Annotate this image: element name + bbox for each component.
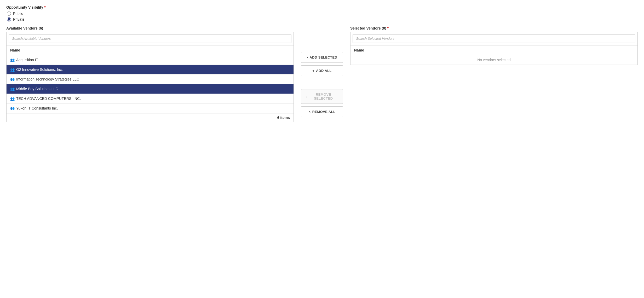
available-vendor-name: 👥Information Technology Strategies LLC	[7, 74, 294, 84]
no-vendors-row: No vendors selected	[350, 55, 637, 65]
available-panel: Available Vendors (6) Name 👥Acquisition …	[6, 26, 294, 122]
available-vendor-row[interactable]: 👥Information Technology Strategies LLC	[7, 74, 294, 84]
available-vendor-name: 👥Middle Bay Solutions LLC	[7, 84, 294, 94]
available-vendor-name: 👥Acquisition IT	[7, 55, 294, 65]
add-selected-icon: ›	[307, 55, 308, 59]
available-panel-title: Available Vendors (6)	[6, 26, 43, 30]
selected-panel-title: Selected Vendors (0) *	[350, 26, 389, 30]
available-name-header: Name	[7, 45, 294, 55]
selected-panel: Selected Vendors (0) * Name No vendors s…	[350, 26, 638, 65]
available-search-input[interactable]	[9, 34, 291, 43]
visibility-label-text: Opportunity Visibility	[6, 5, 43, 9]
available-footer-text: 6 items	[277, 116, 290, 120]
selected-vendor-table: Name No vendors selected	[350, 45, 637, 65]
vendor-group-icon: 👥	[10, 67, 15, 72]
add-all-button[interactable]: + ADD ALL	[301, 65, 343, 76]
available-vendor-table: Name 👥Acquisition IT👥G2 Innovative Solut…	[7, 45, 294, 113]
private-radio-item[interactable]: Private	[7, 17, 638, 21]
required-star: *	[44, 5, 45, 9]
add-selected-label: ADD SELECTED	[309, 55, 337, 59]
remove-all-button[interactable]: × REMOVE ALL	[301, 106, 343, 117]
selected-search-wrapper	[350, 32, 637, 45]
selected-required-star: *	[387, 26, 389, 30]
available-search-wrapper	[7, 32, 294, 45]
available-vendor-name: 👥G2 Innovative Solutions, Inc.	[7, 65, 294, 74]
add-all-icon: +	[312, 69, 314, 73]
selected-vendor-panel: Name No vendors selected	[350, 32, 638, 65]
available-vendor-panel: Name 👥Acquisition IT👥G2 Innovative Solut…	[6, 32, 294, 122]
private-radio[interactable]	[7, 17, 11, 21]
actions-column: › ADD SELECTED + ADD ALL ‹ REMOVE SELECT…	[294, 26, 350, 122]
add-all-label: ADD ALL	[316, 69, 331, 73]
visibility-label: Opportunity Visibility *	[6, 5, 638, 9]
add-selected-button[interactable]: › ADD SELECTED	[301, 52, 343, 63]
remove-selected-label: REMOVE SELECTED	[308, 93, 338, 100]
available-vendor-row[interactable]: 👥Acquisition IT	[7, 55, 294, 65]
public-label: Public	[13, 12, 23, 16]
dual-list-container: Available Vendors (6) Name 👥Acquisition …	[6, 26, 638, 122]
radio-group: Public Private	[7, 12, 638, 21]
remove-all-icon: ×	[309, 110, 311, 114]
available-panel-footer: 6 items	[7, 113, 294, 122]
vendor-group-icon: 👥	[10, 87, 15, 91]
vendor-group-icon: 👥	[10, 106, 15, 110]
public-radio[interactable]	[7, 12, 11, 16]
vendor-group-icon: 👥	[10, 96, 15, 101]
available-vendor-row[interactable]: 👥G2 Innovative Solutions, Inc.	[7, 65, 294, 74]
remove-selected-button[interactable]: ‹ REMOVE SELECTED	[301, 89, 343, 104]
remove-selected-icon: ‹	[306, 95, 307, 99]
no-vendors-message: No vendors selected	[350, 55, 637, 65]
public-radio-item[interactable]: Public	[7, 12, 638, 16]
available-vendor-row[interactable]: 👥Middle Bay Solutions LLC	[7, 84, 294, 94]
selected-name-header: Name	[350, 45, 637, 55]
available-vendor-row[interactable]: 👥Yukon IT Consultants Inc.	[7, 104, 294, 113]
available-vendor-name: 👥TECH ADVANCED COMPUTERS, INC.	[7, 94, 294, 104]
private-label: Private	[13, 17, 25, 21]
available-vendor-name: 👥Yukon IT Consultants Inc.	[7, 104, 294, 113]
selected-search-input[interactable]	[353, 34, 635, 43]
remove-all-label: REMOVE ALL	[312, 110, 336, 114]
visibility-section: Opportunity Visibility * Public Private	[6, 5, 638, 21]
available-vendor-row[interactable]: 👥TECH ADVANCED COMPUTERS, INC.	[7, 94, 294, 104]
selected-panel-title-text: Selected Vendors (0)	[350, 26, 386, 30]
vendor-group-icon: 👥	[10, 58, 15, 62]
vendor-group-icon: 👥	[10, 77, 15, 81]
